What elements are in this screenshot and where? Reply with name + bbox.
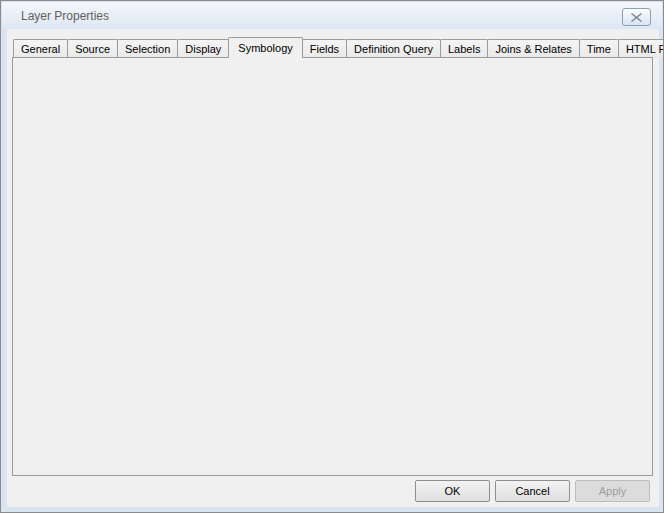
tab-time[interactable]: Time: [579, 39, 619, 58]
tab-symbology[interactable]: Symbology: [228, 37, 302, 58]
close-icon: [631, 13, 642, 22]
tab-strip: General Source Selection Display Symbolo…: [13, 37, 664, 58]
tab-selection[interactable]: Selection: [117, 39, 178, 58]
tab-labels[interactable]: Labels: [440, 39, 488, 58]
tab-joins-relates[interactable]: Joins & Relates: [487, 39, 579, 58]
tab-html-popup[interactable]: HTML Popup: [618, 39, 664, 58]
title-bar[interactable]: Layer Properties: [2, 2, 662, 29]
tab-display[interactable]: Display: [177, 39, 229, 58]
window-title: Layer Properties: [21, 9, 109, 23]
tab-definition-query[interactable]: Definition Query: [346, 39, 441, 58]
layer-properties-dialog: Layer Properties General Source Selectio…: [0, 0, 664, 513]
tab-source[interactable]: Source: [67, 39, 118, 58]
tab-general[interactable]: General: [13, 39, 68, 58]
dialog-body: General Source Selection Display Symbolo…: [7, 29, 659, 507]
close-button[interactable]: [622, 8, 651, 26]
ok-button[interactable]: OK: [415, 480, 490, 502]
symbology-tab-page: [12, 57, 653, 476]
apply-button[interactable]: Apply: [575, 480, 650, 502]
cancel-button[interactable]: Cancel: [495, 480, 570, 502]
tab-fields[interactable]: Fields: [302, 39, 347, 58]
